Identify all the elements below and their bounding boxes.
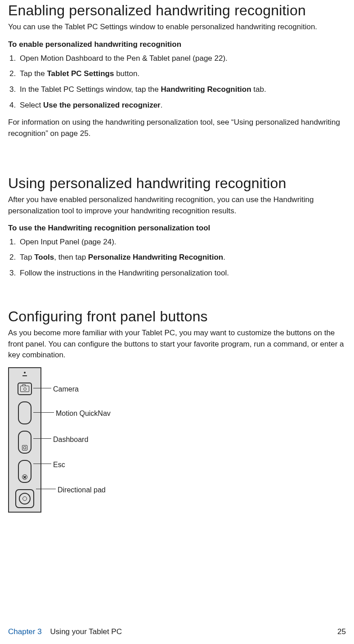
step-text: Select: [20, 101, 43, 109]
front-panel-figure: Camera Motion QuickNav Dashboard Esc Dir…: [8, 367, 188, 513]
label-esc: Esc: [53, 459, 65, 470]
quicknav-button-icon: [18, 401, 31, 424]
lead-enabling: You can use the Tablet PC Settings windo…: [8, 22, 346, 33]
page-number: 25: [337, 626, 346, 638]
label-camera-row: Camera: [53, 384, 79, 394]
ui-label: Personalize Handwriting Recognition: [88, 253, 223, 261]
heading-enabling: Enabling personalized handwriting recogn…: [8, 0, 346, 21]
step-text: .: [223, 253, 225, 261]
label-esc-row: Esc: [53, 459, 65, 470]
connector-line: [33, 388, 51, 388]
connector-line: [33, 464, 51, 464]
lead-configuring: As you become more familiar with your Ta…: [8, 328, 346, 361]
label-dashboard: Dashboard: [53, 434, 88, 445]
directional-pad-icon: [15, 489, 34, 508]
heading-using: Using personalized handwriting recogniti…: [8, 173, 346, 194]
step-1: Open Motion Dashboard to the Pen & Table…: [18, 53, 346, 64]
step-4: Select Use the personalized recognizer.: [18, 100, 346, 111]
step-text: .: [161, 101, 163, 109]
page-footer: Chapter 3 Using your Tablet PC 25: [8, 626, 346, 638]
close-icon: [22, 474, 27, 480]
ui-label: Handwriting Recognition: [161, 85, 251, 94]
connector-line: [33, 412, 54, 413]
front-panel-illustration: [8, 367, 41, 513]
label-quicknav: Motion QuickNav: [56, 408, 111, 419]
indicator-leds: [22, 372, 27, 376]
label-camera: Camera: [53, 384, 79, 394]
dashboard-button-icon: [18, 431, 31, 454]
label-dashboard-row: Dashboard: [53, 434, 88, 445]
step-text: , then tap: [54, 253, 88, 261]
step-1: Open Input Panel (page 24).: [18, 237, 346, 248]
step-text: Follow the instructions in the Handwriti…: [20, 269, 229, 277]
step-text: In the Tablet PC Settings window, tap th…: [20, 85, 161, 94]
subhead-use-procedure: To use the Handwriting recognition perso…: [8, 223, 346, 234]
label-dpad-row: Directional pad: [58, 485, 106, 495]
camera-button-icon: [18, 383, 32, 395]
step-text: Open Input Panel (page 24).: [20, 238, 117, 246]
heading-configuring: Configuring front panel buttons: [8, 306, 346, 327]
connector-line: [33, 438, 51, 439]
step-text: Tap: [20, 253, 34, 261]
subhead-enable-procedure: To enable personalized handwriting recog…: [8, 39, 346, 50]
step-text: Open Motion Dashboard to the Pen & Table…: [20, 54, 228, 63]
step-2: Tap Tools, then tap Personalize Handwrit…: [18, 252, 346, 263]
ui-label: Tools: [34, 253, 54, 261]
ui-label: Tablet PC Settings: [47, 69, 114, 78]
step-2: Tap the Tablet PC Settings button.: [18, 68, 346, 80]
camera-icon: [20, 386, 29, 392]
step-text: tab.: [251, 85, 266, 94]
step-text: button.: [114, 69, 139, 78]
chapter-number: Chapter 3: [8, 627, 42, 636]
label-quicknav-row: Motion QuickNav: [56, 408, 111, 419]
followup-enabling: For information on using the handwriting…: [8, 117, 346, 139]
step-text: Tap the: [20, 69, 47, 78]
lead-using: After you have enabled personalized hand…: [8, 194, 346, 216]
connector-line: [36, 489, 56, 489]
step-3: In the Tablet PC Settings window, tap th…: [18, 84, 346, 95]
steps-use: Open Input Panel (page 24). Tap Tools, t…: [8, 237, 346, 279]
label-dpad: Directional pad: [58, 485, 106, 495]
steps-enable: Open Motion Dashboard to the Pen & Table…: [8, 53, 346, 111]
ui-label: Use the personalized recognizer: [43, 101, 161, 109]
chapter-reference: Chapter 3 Using your Tablet PC: [8, 626, 122, 638]
step-3: Follow the instructions in the Handwriti…: [18, 268, 346, 279]
dashboard-icon: [22, 445, 27, 450]
chapter-title: Using your Tablet PC: [50, 627, 122, 636]
esc-button-icon: [18, 460, 31, 483]
